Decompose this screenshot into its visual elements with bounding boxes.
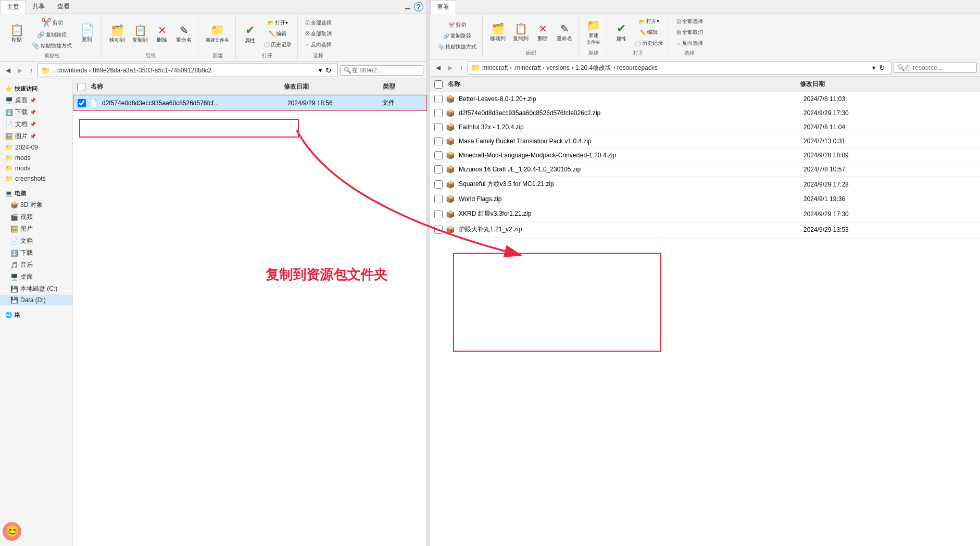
paste-shortcut-button[interactable]: 📎 粘贴快捷方式 xyxy=(29,41,74,51)
right-deselect-all-button[interactable]: ☒ 全部取消 xyxy=(673,27,706,38)
right-move-to-icon: 🗂️ xyxy=(492,22,505,35)
sidebar-item-screenshots[interactable]: 📁 creenshots xyxy=(0,173,72,184)
right-file-row-8[interactable]: 📦 XKRD 红显v3.3for1.21.zip 2024/9/29 17:30 xyxy=(430,206,980,222)
sidebar-this-pc[interactable]: 💻 电脑 xyxy=(0,188,72,199)
sidebar-item-documents[interactable]: 📄 文档 xyxy=(0,235,72,247)
paste-button[interactable]: 📋 粘贴 xyxy=(5,22,28,45)
copy-button[interactable]: 📄 复制 xyxy=(76,22,98,45)
search-box-right[interactable]: 🔍 xyxy=(894,63,977,73)
right-cut-button[interactable]: ✂️ 剪切 xyxy=(435,20,479,30)
right-file-row-1[interactable]: 📦 d2f574e0d8d3ecc935aa60c8526d576fcfe026… xyxy=(430,106,980,120)
new-folder-button[interactable]: 📁 新建文件夹 xyxy=(203,21,232,46)
right-up-button[interactable]: ↑ xyxy=(457,63,466,73)
delete-button[interactable]: ✕ 删除 xyxy=(152,22,172,46)
select-all-checkbox[interactable] xyxy=(77,83,85,91)
sidebar-item-pics[interactable]: 🖼️ 图片 xyxy=(0,223,72,235)
sidebar-item-c-drive[interactable]: 💾 本地磁盘 (C:) xyxy=(0,283,72,295)
right-history-button[interactable]: 🕐 历史记录 xyxy=(632,38,665,48)
right-rename-button[interactable]: ✎ 重命名 xyxy=(554,20,575,44)
properties-button[interactable]: ✔ 属性 xyxy=(240,21,260,46)
right-edit-button[interactable]: ✏️ 编辑 xyxy=(632,27,665,38)
sidebar-item-music[interactable]: 🎵 音乐 xyxy=(0,259,72,271)
address-path-left[interactable]: 📁 .. downloads › 869e26da-a3a1-3503-a5c1… xyxy=(37,64,338,77)
right-file-checkbox-3[interactable] xyxy=(434,137,443,145)
refresh-button-left[interactable]: ↻ xyxy=(323,65,334,76)
sidebar-item-2024-09[interactable]: 📁 2024-09 xyxy=(0,142,72,153)
right-paste-shortcut-button[interactable]: 📎 粘贴快捷方式 xyxy=(435,42,479,52)
search-box-left[interactable]: 🔍 xyxy=(340,65,423,76)
up-button[interactable]: ↑ xyxy=(27,65,35,76)
right-file-checkbox-7[interactable] xyxy=(434,195,443,203)
right-open-button[interactable]: 📂 打开▾ xyxy=(632,16,665,27)
refresh-button-right[interactable]: ↻ xyxy=(876,63,888,73)
right-file-checkbox-8[interactable] xyxy=(434,210,443,218)
sidebar-item-downloads[interactable]: ⬇️ 下载 📌 xyxy=(0,106,72,118)
right-back-button[interactable]: ◀ xyxy=(433,63,443,73)
address-path-right[interactable]: 📁 minecraft › .minecraft › versions › 1.… xyxy=(468,61,891,75)
right-properties-button[interactable]: ✔ 属性 xyxy=(611,20,631,45)
copy-path-button[interactable]: 🔗 复制路径 xyxy=(29,30,74,40)
tab-view[interactable]: 查看 xyxy=(51,0,76,14)
right-forward-button[interactable]: ▶ xyxy=(445,63,455,73)
search-input-left[interactable] xyxy=(351,67,420,74)
tab-home[interactable]: 主页 xyxy=(0,0,26,14)
right-invert-selection-button[interactable]: ↔ 反向选择 xyxy=(673,38,706,48)
copy-to-button[interactable]: 📋 复制到 xyxy=(129,22,151,46)
tab-share[interactable]: 共享 xyxy=(26,0,51,14)
path-dropdown-left[interactable]: ▾ xyxy=(318,66,323,75)
right-file-row-4[interactable]: 📦 Minecraft-Mod-Language-Modpack-Convert… xyxy=(430,148,980,163)
open-button[interactable]: 📂 打开▾ xyxy=(261,18,294,28)
right-file-checkbox-2[interactable] xyxy=(434,123,443,131)
right-file-row-6[interactable]: 📦 Squareful 方纹v3.5 for MC1.21.zip 2024/9… xyxy=(430,177,980,192)
left-file-explorer: 主页 共享 查看 🗕 ? 📋 粘贴 xyxy=(0,0,427,546)
select-all-button[interactable]: ☑ 全部选择 xyxy=(302,18,334,28)
path-dropdown-right[interactable]: ▾ xyxy=(871,63,876,72)
sidebar-network[interactable]: 🌐 络 xyxy=(0,309,72,320)
cut-button[interactable]: ✂️ 剪切 xyxy=(29,16,74,29)
sidebar-item-d-drive[interactable]: 💾 Data (D:) xyxy=(0,295,72,305)
sidebar-item-mods2[interactable]: 📁 mods xyxy=(0,163,72,173)
sidebar-item-pictures[interactable]: 🖼️ 图片 📌 xyxy=(0,130,72,142)
right-select-all-button[interactable]: ☑ 全部选择 xyxy=(673,16,706,27)
right-file-checkbox-4[interactable] xyxy=(434,151,443,159)
help-icon[interactable]: ? xyxy=(414,2,423,11)
right-select-all-checkbox[interactable] xyxy=(434,80,443,89)
sidebar-item-dl[interactable]: ⬇️ 下载 xyxy=(0,247,72,259)
edit-button[interactable]: ✏️ 编辑 xyxy=(261,29,294,39)
sidebar-item-docs[interactable]: 📄 文档 📌 xyxy=(0,118,72,130)
right-file-row-0[interactable]: 📦 Better-Leaves-8.0-1.20+.zip 2024/7/8 1… xyxy=(430,92,980,106)
right-copy-to-button[interactable]: 📋 复制到 xyxy=(510,20,532,44)
right-file-checkbox-0[interactable] xyxy=(434,95,443,103)
minimize-icon[interactable]: 🗕 xyxy=(404,2,412,11)
right-file-checkbox-9[interactable] xyxy=(434,226,443,234)
right-file-row-3[interactable]: 📦 Masa Family Bucket Translation Pack v1… xyxy=(430,134,980,148)
right-file-checkbox-1[interactable] xyxy=(434,109,443,117)
right-file-row-9[interactable]: 📦 护眼大补丸1.21_v2.zip 2024/9/29 13:53 xyxy=(430,222,980,238)
right-file-row-7[interactable]: 📦 World Flags.zip 2024/9/1 19:36 xyxy=(430,192,980,206)
back-button[interactable]: ◀ xyxy=(3,65,13,76)
sidebar-item-video[interactable]: 🎬 视频 xyxy=(0,211,72,223)
right-new-folder-button[interactable]: 📁 新建文件夹 xyxy=(583,17,604,48)
move-to-button[interactable]: 🗂️ 移动到 xyxy=(106,22,128,46)
sidebar-item-desktop2[interactable]: 🖥️ 桌面 xyxy=(0,271,72,283)
file-row-0[interactable]: 📄 d2f574e0d8d3ecc935aa60c8526d576fcf... … xyxy=(73,95,426,111)
right-file-checkbox-5[interactable] xyxy=(434,165,443,173)
tab-view-right[interactable]: 查看 xyxy=(430,0,456,14)
right-delete-button[interactable]: ✕ 删除 xyxy=(533,20,552,44)
deselect-all-button[interactable]: ☒ 全部取消 xyxy=(302,29,334,39)
invert-selection-button[interactable]: ↔ 反向选择 xyxy=(302,40,334,50)
history-button[interactable]: 🕐 历史记录 xyxy=(261,40,294,50)
sidebar-item-desktop[interactable]: 🖥️ 桌面 📌 xyxy=(0,94,72,106)
folder-icon-addr-right: 📁 xyxy=(471,64,480,72)
search-input-right[interactable] xyxy=(905,64,973,71)
forward-button[interactable]: ▶ xyxy=(15,65,25,76)
sidebar-item-3d[interactable]: 📦 3D 对象 xyxy=(0,199,72,211)
file-checkbox-0[interactable] xyxy=(78,99,86,107)
right-move-to-button[interactable]: 🗂️ 移动到 xyxy=(487,20,509,44)
right-file-row-5[interactable]: 📦 Mizunos 16 Craft JE_1.20.4-1.0_230105.… xyxy=(430,163,980,177)
right-file-checkbox-6[interactable] xyxy=(434,180,443,189)
sidebar-item-mods1[interactable]: 📁 mods xyxy=(0,153,72,163)
right-file-row-2[interactable]: 📦 Faithful 32x - 1.20.4.zip 2024/7/8 11:… xyxy=(430,120,980,134)
right-copy-path-button[interactable]: 🔗 复制路径 xyxy=(435,31,479,41)
rename-button[interactable]: ✎ 重命名 xyxy=(173,22,195,46)
